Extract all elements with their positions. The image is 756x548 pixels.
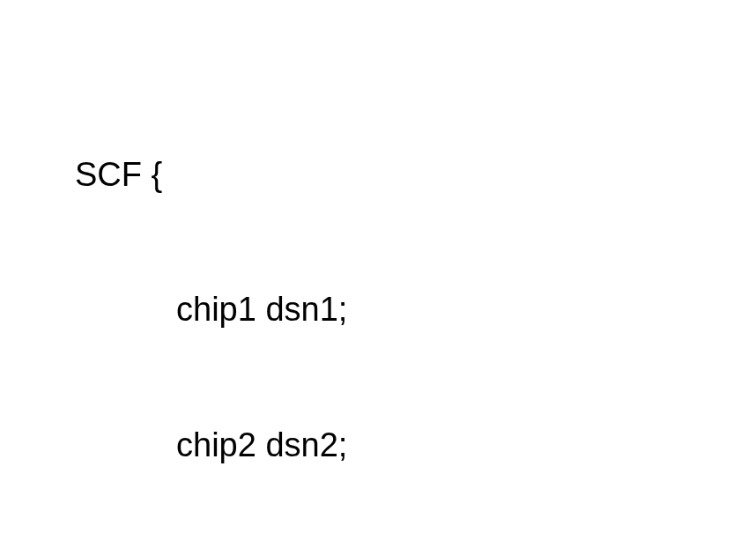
code-block: SCF { chip1 dsn1; chip2 dsn2; rst_ctl ds…: [75, 62, 756, 548]
code-line: chip2 dsn2;: [75, 423, 756, 468]
code-header: SCF {: [75, 152, 756, 197]
code-line: chip1 dsn1;: [75, 287, 756, 332]
